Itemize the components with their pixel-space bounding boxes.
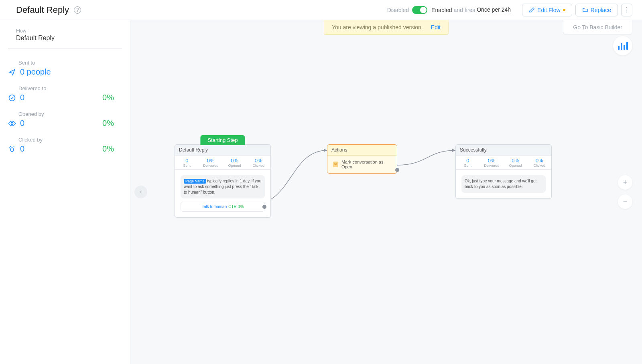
wave-icon	[8, 145, 16, 153]
replace-button[interactable]: Replace	[575, 4, 618, 16]
bar-chart-icon	[618, 42, 628, 50]
svg-point-1	[11, 122, 13, 124]
collapse-sidebar-button[interactable]	[134, 186, 147, 198]
delivered-value: 0	[20, 93, 24, 102]
help-icon[interactable]: ?	[74, 6, 81, 14]
pencil-icon	[529, 7, 535, 13]
chevron-left-icon	[138, 190, 143, 194]
node-title: Default Reply	[175, 145, 270, 156]
page-header: Default Reply ? Disabled Enabled and fir…	[0, 0, 642, 20]
banner-edit-link[interactable]: Edit	[431, 24, 441, 30]
page-name-tag: Page Name	[184, 179, 206, 184]
output-port[interactable]	[262, 205, 266, 209]
output-port[interactable]	[395, 168, 399, 172]
delivered-pct: 0%	[102, 93, 114, 102]
action-row: ✉ Mark conversation as Open	[327, 156, 397, 173]
published-banner: You are viewing a published version Edit	[323, 20, 449, 35]
clicked-value: 0	[20, 144, 24, 154]
node-stats: 0Sent 0%Delivered 0%Opened 0%Clicked	[175, 156, 270, 170]
message-bubble: Page Name typically replies in 1 day. If…	[181, 175, 265, 198]
zoom-out-button[interactable]: −	[618, 194, 632, 209]
metric-opened: Opened by 0 0%	[8, 109, 122, 135]
disabled-label: Disabled	[387, 7, 409, 13]
opened-value: 0	[20, 119, 24, 128]
conversation-icon: ✉	[333, 162, 338, 167]
more-menu-button[interactable]: ⋮	[621, 4, 632, 16]
enable-toggle[interactable]	[412, 6, 427, 14]
check-circle-icon	[8, 94, 16, 102]
svg-marker-3	[452, 149, 455, 152]
edit-flow-button[interactable]: Edit Flow	[522, 4, 572, 16]
send-icon	[8, 68, 16, 76]
node-successfully[interactable]: Successfully 0Sent 0%Delivered 0%Opened …	[455, 144, 552, 199]
eye-icon	[8, 119, 16, 127]
flow-canvas[interactable]: You are viewing a published version Edit…	[130, 20, 642, 364]
flow-name: Default Reply	[8, 34, 122, 49]
opened-pct: 0%	[102, 119, 114, 128]
clicked-pct: 0%	[102, 144, 114, 154]
svg-point-0	[9, 95, 15, 101]
zoom-in-button[interactable]: +	[618, 175, 632, 190]
ctr-label: CTR 0%	[228, 204, 244, 209]
fires-prefix: and fires	[454, 7, 475, 13]
folder-icon	[582, 7, 588, 13]
metric-clicked: Clicked by 0 0%	[8, 135, 122, 161]
node-title: Successfully	[456, 145, 551, 156]
page-title: Default Reply	[16, 5, 69, 15]
node-default-reply[interactable]: Starting Step Default Reply 0Sent 0%Deli…	[175, 144, 271, 218]
message-bubble: Ok, just type your message and we'll get…	[461, 175, 546, 193]
node-actions[interactable]: Actions ✉ Mark conversation as Open	[327, 144, 397, 174]
basic-builder-button[interactable]: Go To Basic Builder	[563, 20, 632, 35]
metric-delivered: Delivered to 0 0%	[8, 84, 122, 109]
banner-text: You are viewing a published version	[332, 24, 421, 30]
stats-toggle-button[interactable]	[613, 36, 632, 55]
talk-to-human-button[interactable]: Talk to human CTR 0%	[181, 202, 265, 212]
stats-sidebar: Flow Default Reply Sent to 0 people Deli…	[0, 20, 130, 364]
zoom-controls: + −	[618, 175, 632, 209]
svg-marker-2	[324, 149, 327, 152]
unsaved-indicator-icon	[563, 9, 565, 11]
flow-label: Flow	[8, 28, 122, 34]
node-stats: 0Sent 0%Delivered 0%Opened 0%Clicked	[456, 156, 551, 170]
sent-value: 0 people	[20, 67, 51, 77]
node-title: Actions	[327, 145, 397, 156]
fires-frequency[interactable]: Once per 24h	[477, 6, 511, 13]
metric-sent: Sent to 0 people	[8, 58, 122, 84]
starting-step-badge: Starting Step	[200, 135, 245, 145]
enabled-label: Enabled	[431, 7, 452, 13]
